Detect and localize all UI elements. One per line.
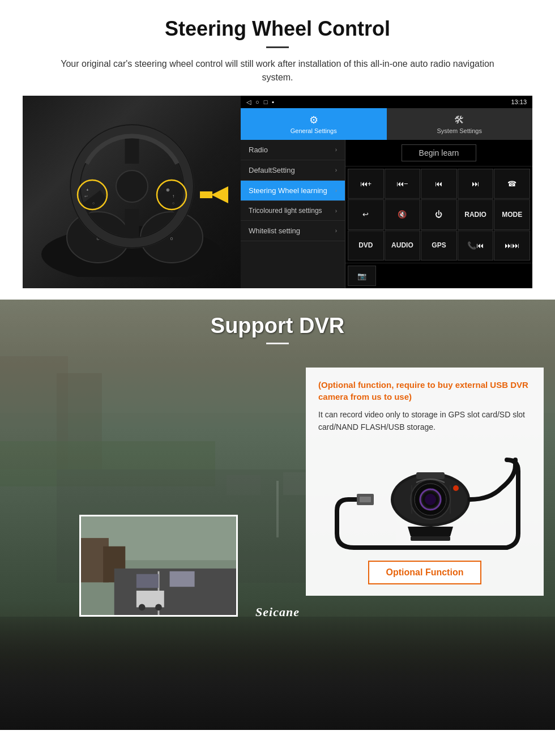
settings-gear-icon: ⚙ [309, 114, 318, 126]
btn-phone-prev[interactable]: 📞⏮ [458, 230, 494, 260]
svg-point-56 [453, 485, 459, 491]
chevron-icon: › [335, 208, 337, 214]
btn-mute[interactable]: 🔇 [385, 199, 421, 229]
android-menu-area: Radio › DefaultSetting › Steering Wheel … [241, 140, 532, 288]
svg-text:0: 0 [170, 236, 173, 241]
menu-item-default[interactable]: DefaultSetting › [241, 160, 345, 181]
svg-point-42 [155, 604, 162, 611]
svg-rect-22 [200, 191, 212, 198]
dvr-camera-image [318, 442, 531, 555]
svg-text:+: + [86, 187, 89, 193]
chevron-icon: › [335, 228, 337, 234]
dvr-title-area: Support DVR [0, 300, 555, 353]
svg-text:↩: ↩ [84, 194, 88, 198]
svg-point-41 [139, 604, 146, 611]
dvr-section: Support DVR [0, 300, 555, 730]
btn-mode[interactable]: MODE [494, 199, 530, 229]
steering-wheel-image: 0 0 + ↩ ○ [23, 96, 241, 288]
status-bar: ◁ ○ □ ▪ 13:13 [241, 96, 532, 108]
dvr-thumbnail-inner [81, 516, 236, 615]
menu-item-tricoloured[interactable]: Tricoloured light settings › [241, 201, 345, 221]
btn-power[interactable]: ⏻ [421, 199, 457, 229]
dvr-info-card: (Optional function, require to buy exter… [306, 368, 544, 596]
page-title: Steering Wheel Control [23, 17, 532, 41]
steering-wheel-svg: 0 0 + ↩ ○ [36, 107, 228, 277]
svg-rect-39 [170, 571, 195, 587]
menu-icon: ▪ [272, 99, 274, 105]
dvr-camera-svg [326, 443, 524, 553]
seicane-brand: Seicane [255, 605, 300, 620]
recents-icon: □ [264, 99, 268, 105]
btn-radio[interactable]: RADIO [458, 199, 494, 229]
btn-dvd[interactable]: DVD [348, 230, 384, 260]
optional-function-button[interactable]: Optional Function [368, 561, 482, 584]
system-tab-label: System Settings [437, 127, 482, 134]
dashboard-bottom [0, 617, 555, 730]
android-ui-panel: ◁ ○ □ ▪ 13:13 ⚙ General Settings 🛠 Syste… [241, 96, 532, 288]
btn-vol-plus[interactable]: ⏮+ [348, 169, 384, 199]
chevron-icon: › [335, 167, 337, 173]
btn-audio[interactable]: AUDIO [385, 230, 421, 260]
svg-text:↑: ↑ [172, 194, 174, 199]
general-settings-tab[interactable]: ⚙ General Settings [241, 108, 387, 140]
chevron-icon: › [335, 187, 337, 194]
svg-text:○: ○ [92, 201, 95, 205]
dvr-title: Support DVR [0, 314, 555, 338]
menu-item-whitelist[interactable]: Whitelist setting › [241, 221, 345, 241]
dvr-thumbnail [79, 515, 238, 617]
statusbar-nav-icons: ◁ ○ □ ▪ [246, 99, 274, 106]
begin-learn-button[interactable]: Begin learn [402, 144, 477, 161]
svg-text:⊗: ⊗ [166, 187, 170, 193]
steering-content-area: 0 0 + ↩ ○ [23, 96, 532, 288]
svg-marker-21 [211, 186, 228, 203]
dvr-optional-text: (Optional function, require to buy exter… [318, 379, 531, 403]
control-buttons-grid: ⏮+ ⏮− ⏮ ⏭ ☎ ↩ 🔇 ⏻ RADIO MODE DVD AUDIO [345, 166, 532, 263]
svg-point-11 [116, 170, 148, 202]
svg-rect-44 [360, 497, 371, 502]
title-divider [266, 46, 289, 48]
status-time: 13:13 [511, 99, 527, 105]
dvr-thumbnail-svg [81, 515, 236, 617]
right-control-area: Begin learn ⏮+ ⏮− ⏮ ⏭ ☎ ↩ 🔇 ⏻ RADIO [345, 140, 532, 288]
system-icon: 🛠 [454, 114, 464, 126]
dvr-title-divider [266, 343, 289, 344]
btn-next-track[interactable]: ⏭ [458, 169, 494, 199]
btn-hang-up[interactable]: ↩ [348, 199, 384, 229]
btn-gps[interactable]: GPS [421, 230, 457, 260]
btn-prev-track[interactable]: ⏮ [421, 169, 457, 199]
settings-tabs: ⚙ General Settings 🛠 System Settings [241, 108, 532, 140]
general-tab-label: General Settings [291, 127, 337, 134]
svg-text:○: ○ [172, 201, 174, 205]
home-icon: ○ [255, 99, 259, 105]
menu-item-radio[interactable]: Radio › [241, 140, 345, 160]
btn-phone[interactable]: ☎ [494, 169, 530, 199]
left-menu: Radio › DefaultSetting › Steering Wheel … [241, 140, 345, 288]
btn-vol-minus[interactable]: ⏮− [385, 169, 421, 199]
svg-rect-29 [227, 475, 261, 495]
section-subtitle: Your original car's steering wheel contr… [45, 57, 510, 84]
svg-rect-57 [411, 536, 450, 541]
back-icon: ◁ [246, 99, 251, 106]
begin-learn-area: Begin learn [345, 140, 532, 166]
system-settings-tab[interactable]: 🛠 System Settings [387, 108, 533, 140]
btn-next-next[interactable]: ⏭⏭ [494, 230, 530, 260]
svg-rect-53 [416, 472, 445, 479]
menu-item-steering[interactable]: Steering Wheel learning › [241, 181, 345, 201]
btn-camera[interactable]: 📷 [348, 266, 376, 286]
svg-rect-38 [136, 574, 159, 588]
steering-section: Steering Wheel Control Your original car… [0, 0, 555, 300]
dvr-description: It can record video only to storage in G… [318, 408, 531, 434]
svg-point-52 [425, 494, 436, 505]
chevron-icon: › [335, 147, 337, 153]
